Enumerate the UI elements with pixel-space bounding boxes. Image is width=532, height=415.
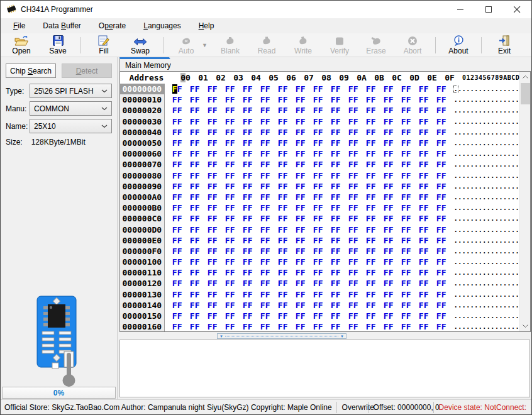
hex-byte[interactable]: FF bbox=[433, 322, 450, 331]
hex-row[interactable]: 000000F0FFFFFFFFFFFFFFFFFFFFFFFFFFFFFFFF… bbox=[120, 246, 519, 257]
hex-byte[interactable]: FF bbox=[239, 128, 257, 137]
hex-byte[interactable]: FF bbox=[345, 322, 362, 331]
hex-byte[interactable]: FF bbox=[362, 84, 380, 94]
hex-byte[interactable]: FF bbox=[257, 301, 274, 310]
ascii-cell[interactable]: ................ bbox=[454, 269, 519, 276]
hex-byte[interactable]: FF bbox=[415, 279, 433, 288]
hex-byte[interactable]: FF bbox=[380, 138, 397, 148]
hex-byte[interactable]: FF bbox=[292, 301, 309, 310]
hex-byte[interactable]: FF bbox=[380, 149, 397, 158]
about-button[interactable]: About bbox=[440, 34, 477, 57]
hex-byte[interactable]: FF bbox=[345, 214, 362, 223]
hex-byte[interactable]: FF bbox=[345, 160, 362, 169]
hex-row[interactable]: 00000120FFFFFFFFFFFFFFFFFFFFFFFFFFFFFFFF… bbox=[120, 278, 519, 289]
hex-byte[interactable]: FF bbox=[186, 160, 204, 169]
hex-byte[interactable]: FF bbox=[397, 203, 415, 213]
ascii-cell[interactable]: ................ bbox=[454, 129, 519, 136]
hex-row[interactable]: 000000C0FFFFFFFFFFFFFFFFFFFFFFFFFFFFFFFF… bbox=[120, 213, 519, 224]
hex-byte[interactable]: FF bbox=[239, 290, 257, 299]
hex-byte[interactable]: FF bbox=[169, 117, 186, 126]
hex-byte[interactable]: FF bbox=[169, 84, 186, 94]
hex-byte[interactable]: FF bbox=[292, 192, 309, 202]
hex-row[interactable]: 00000000FFFFFFFFFFFFFFFFFFFFFFFFFFFFFFFF… bbox=[120, 84, 519, 94]
hex-byte[interactable]: FF bbox=[204, 301, 221, 310]
hex-byte[interactable]: FF bbox=[257, 290, 274, 299]
hex-byte[interactable]: FF bbox=[433, 236, 450, 245]
hex-byte[interactable]: FF bbox=[380, 192, 397, 202]
hex-byte[interactable]: FF bbox=[309, 279, 327, 288]
hex-byte[interactable]: FF bbox=[309, 203, 327, 213]
hex-byte[interactable]: FF bbox=[309, 160, 327, 169]
hex-byte[interactable]: FF bbox=[274, 257, 292, 267]
hex-byte[interactable]: FF bbox=[415, 117, 433, 126]
hex-byte[interactable]: FF bbox=[327, 322, 345, 331]
scroll-up-button[interactable] bbox=[520, 72, 531, 82]
hex-byte[interactable]: FF bbox=[292, 257, 309, 267]
hex-byte[interactable]: FF bbox=[169, 257, 186, 267]
collapse-splitter[interactable]: ▼ ▼ bbox=[217, 333, 346, 339]
hex-byte[interactable]: FF bbox=[292, 171, 309, 180]
hex-byte[interactable]: FF bbox=[186, 301, 204, 310]
hex-byte[interactable]: FF bbox=[362, 138, 380, 148]
hex-byte[interactable]: FF bbox=[292, 279, 309, 288]
hex-byte[interactable]: FF bbox=[221, 214, 239, 223]
hex-byte[interactable]: FF bbox=[204, 171, 221, 180]
hex-byte[interactable]: FF bbox=[380, 203, 397, 213]
hex-byte[interactable]: FF bbox=[397, 290, 415, 299]
ascii-cell[interactable]: ................ bbox=[454, 118, 519, 125]
hex-byte[interactable]: FF bbox=[309, 182, 327, 191]
hex-byte[interactable]: FF bbox=[380, 171, 397, 180]
hex-byte[interactable]: FF bbox=[415, 203, 433, 213]
hex-byte[interactable]: FF bbox=[362, 236, 380, 245]
hex-byte[interactable]: FF bbox=[221, 290, 239, 299]
hex-byte[interactable]: FF bbox=[327, 268, 345, 277]
hex-byte[interactable]: FF bbox=[433, 203, 450, 213]
hex-byte[interactable]: FF bbox=[309, 322, 327, 331]
hex-byte[interactable]: FF bbox=[345, 128, 362, 137]
hex-byte[interactable]: FF bbox=[397, 138, 415, 148]
hex-byte[interactable]: FF bbox=[257, 171, 274, 180]
hex-byte[interactable]: FF bbox=[239, 214, 257, 223]
hex-byte[interactable]: FF bbox=[380, 214, 397, 223]
hex-byte[interactable]: FF bbox=[186, 290, 204, 299]
vertical-scrollbar[interactable] bbox=[519, 72, 530, 331]
blank-button[interactable]: Blank bbox=[212, 34, 248, 57]
hex-byte[interactable]: FF bbox=[274, 84, 292, 94]
hex-byte[interactable]: FF bbox=[221, 225, 239, 235]
hex-byte[interactable]: FF bbox=[239, 301, 257, 310]
minimize-button[interactable] bbox=[446, 1, 475, 18]
verify-button[interactable]: Verify bbox=[321, 34, 358, 57]
hex-row[interactable]: 00000100FFFFFFFFFFFFFFFFFFFFFFFFFFFFFFFF… bbox=[120, 257, 519, 267]
hex-byte[interactable]: FF bbox=[239, 268, 257, 277]
hex-byte[interactable]: FF bbox=[327, 236, 345, 245]
hex-byte[interactable]: FF bbox=[327, 128, 345, 137]
menu-data-buffer[interactable]: Data Buffer bbox=[34, 19, 90, 33]
hex-byte[interactable]: FF bbox=[239, 171, 257, 180]
hex-byte[interactable]: FF bbox=[239, 182, 257, 191]
hex-byte[interactable]: FF bbox=[257, 268, 274, 277]
hex-byte[interactable]: FF bbox=[327, 149, 345, 158]
hex-byte[interactable]: FF bbox=[274, 268, 292, 277]
hex-byte[interactable]: FF bbox=[309, 225, 327, 235]
hex-byte[interactable]: FF bbox=[186, 128, 204, 137]
hex-byte[interactable]: FF bbox=[239, 322, 257, 331]
hex-byte[interactable]: FF bbox=[239, 257, 257, 267]
hex-byte[interactable]: FF bbox=[186, 171, 204, 180]
hex-byte[interactable]: FF bbox=[345, 138, 362, 148]
titlebar[interactable]: CH341A Programmer bbox=[1, 1, 531, 18]
hex-byte[interactable]: FF bbox=[327, 214, 345, 223]
hex-byte[interactable]: FF bbox=[169, 268, 186, 277]
hex-byte[interactable]: FF bbox=[186, 182, 204, 191]
hex-byte[interactable]: FF bbox=[380, 160, 397, 169]
hex-byte[interactable]: FF bbox=[257, 95, 274, 104]
hex-byte[interactable]: FF bbox=[274, 106, 292, 115]
hex-byte[interactable]: FF bbox=[397, 268, 415, 277]
hex-view[interactable]: Address 000102030405060708090A0B0C0D0E0F… bbox=[119, 71, 531, 332]
log-panel[interactable] bbox=[119, 340, 530, 397]
hex-byte[interactable]: FF bbox=[292, 268, 309, 277]
hex-byte[interactable]: FF bbox=[169, 290, 186, 299]
hex-byte[interactable]: FF bbox=[221, 203, 239, 213]
hex-byte[interactable]: FF bbox=[433, 246, 450, 256]
hex-byte[interactable]: FF bbox=[274, 322, 292, 331]
hex-row[interactable]: 00000070FFFFFFFFFFFFFFFFFFFFFFFFFFFFFFFF… bbox=[120, 159, 519, 170]
